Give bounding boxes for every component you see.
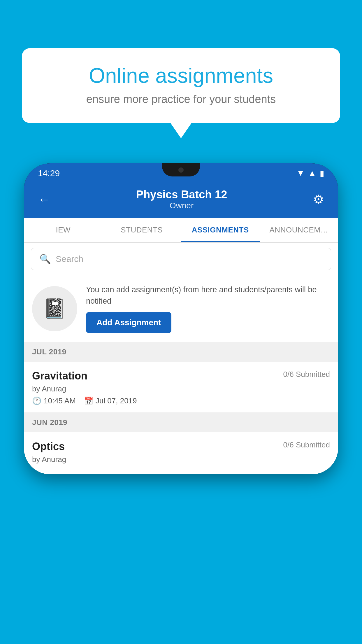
phone: 14:29 ▼ ▲ ▮ ← Physics Batch 12 Owner ⚙ I… bbox=[24, 163, 338, 474]
settings-button[interactable]: ⚙ bbox=[313, 192, 324, 206]
wifi-icon: ▼ bbox=[297, 169, 305, 178]
tab-announcements[interactable]: ANNOUNCEM… bbox=[260, 218, 338, 242]
phone-wrapper: 14:29 ▼ ▲ ▮ ← Physics Batch 12 Owner ⚙ I… bbox=[24, 163, 338, 644]
assignment-time: 🕐 10:45 AM bbox=[32, 396, 76, 405]
optics-name: Optics bbox=[32, 440, 65, 453]
back-button[interactable]: ← bbox=[38, 192, 50, 206]
search-container: 🔍 Search bbox=[24, 243, 338, 275]
optics-submitted: 0/6 Submitted bbox=[283, 440, 330, 449]
promo-text: You can add assignment(s) from here and … bbox=[86, 284, 330, 333]
status-time: 14:29 bbox=[38, 168, 60, 178]
optics-row1: Optics 0/6 Submitted bbox=[32, 440, 330, 453]
assignment-date: 📅 Jul 07, 2019 bbox=[84, 396, 137, 405]
status-icons: ▼ ▲ ▮ bbox=[297, 169, 324, 178]
app-subtitle: Owner bbox=[136, 201, 227, 210]
notebook-icon: 📓 bbox=[43, 298, 66, 320]
add-assignment-button[interactable]: Add Assignment bbox=[86, 312, 171, 333]
section-header-jul: JUL 2019 bbox=[24, 342, 338, 362]
assignment-item-gravitation[interactable]: Gravitation 0/6 Submitted by Anurag 🕐 10… bbox=[24, 362, 338, 413]
search-placeholder: Search bbox=[56, 254, 83, 264]
app-header: ← Physics Batch 12 Owner ⚙ bbox=[24, 183, 338, 218]
add-assignment-promo: 📓 You can add assignment(s) from here an… bbox=[24, 275, 338, 342]
assignment-by: by Anurag bbox=[32, 384, 330, 393]
status-notch-area: 14:29 ▼ ▲ ▮ bbox=[24, 163, 338, 183]
search-icon: 🔍 bbox=[39, 253, 51, 265]
assignment-row3: 🕐 10:45 AM 📅 Jul 07, 2019 bbox=[32, 396, 330, 405]
assignment-submitted: 0/6 Submitted bbox=[283, 370, 330, 379]
clock-icon: 🕐 bbox=[32, 396, 41, 405]
optics-by: by Anurag bbox=[32, 455, 330, 464]
signal-icon: ▲ bbox=[308, 169, 316, 178]
battery-icon: ▮ bbox=[320, 169, 324, 178]
app-title: Physics Batch 12 bbox=[136, 188, 227, 201]
tab-students[interactable]: STUDENTS bbox=[103, 218, 181, 242]
assignment-item-optics[interactable]: Optics 0/6 Submitted by Anurag bbox=[24, 432, 338, 474]
search-box[interactable]: 🔍 Search bbox=[31, 248, 331, 270]
assignment-row1: Gravitation 0/6 Submitted bbox=[32, 370, 330, 382]
promo-icon-circle: 📓 bbox=[32, 286, 77, 331]
header-center: Physics Batch 12 Owner bbox=[136, 188, 227, 210]
assignment-name: Gravitation bbox=[32, 370, 87, 382]
camera-dot bbox=[178, 167, 184, 173]
tab-iew[interactable]: IEW bbox=[24, 218, 103, 242]
tabs-bar: IEW STUDENTS ASSIGNMENTS ANNOUNCEM… bbox=[24, 218, 338, 243]
phone-content: 🔍 Search 📓 You can add assignment(s) fro… bbox=[24, 243, 338, 474]
speech-bubble-title: Online assignments bbox=[41, 64, 321, 87]
speech-bubble-subtitle: ensure more practice for your students bbox=[41, 93, 321, 106]
promo-description: You can add assignment(s) from here and … bbox=[86, 284, 330, 307]
speech-bubble-container: Online assignments ensure more practice … bbox=[22, 48, 340, 123]
calendar-icon: 📅 bbox=[84, 396, 93, 405]
notch bbox=[162, 163, 200, 176]
tab-assignments[interactable]: ASSIGNMENTS bbox=[181, 218, 260, 242]
section-header-jun: JUN 2019 bbox=[24, 413, 338, 432]
speech-bubble: Online assignments ensure more practice … bbox=[22, 48, 340, 123]
